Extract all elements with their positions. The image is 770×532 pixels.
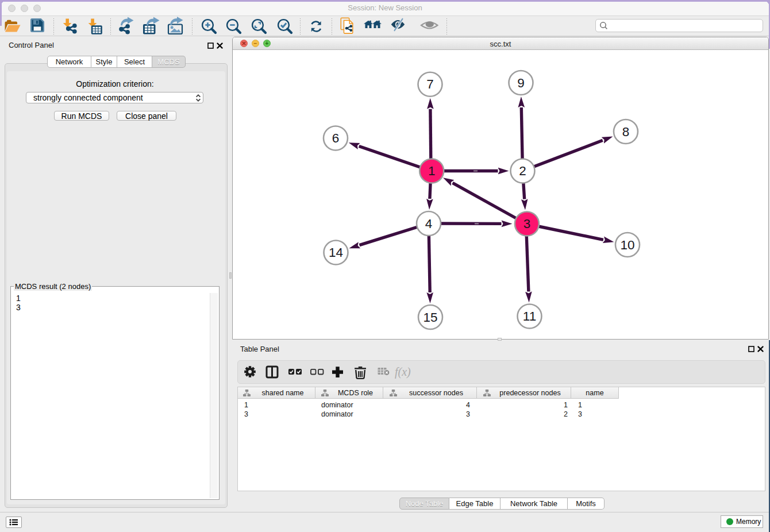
- svg-text:8: 8: [622, 125, 630, 139]
- svg-text:7: 7: [426, 77, 434, 91]
- svg-text:4: 4: [425, 217, 433, 231]
- svg-text:1: 1: [428, 164, 436, 178]
- svg-text:9: 9: [517, 76, 525, 90]
- svg-text:14: 14: [329, 245, 343, 260]
- svg-text:f(x): f(x): [395, 365, 411, 379]
- svg-text:2: 2: [519, 164, 526, 178]
- svg-text:6: 6: [332, 131, 340, 145]
- svg-text:15: 15: [423, 310, 437, 325]
- svg-text:11: 11: [523, 309, 536, 323]
- svg-text:3: 3: [523, 217, 531, 231]
- svg-text:10: 10: [620, 238, 634, 252]
